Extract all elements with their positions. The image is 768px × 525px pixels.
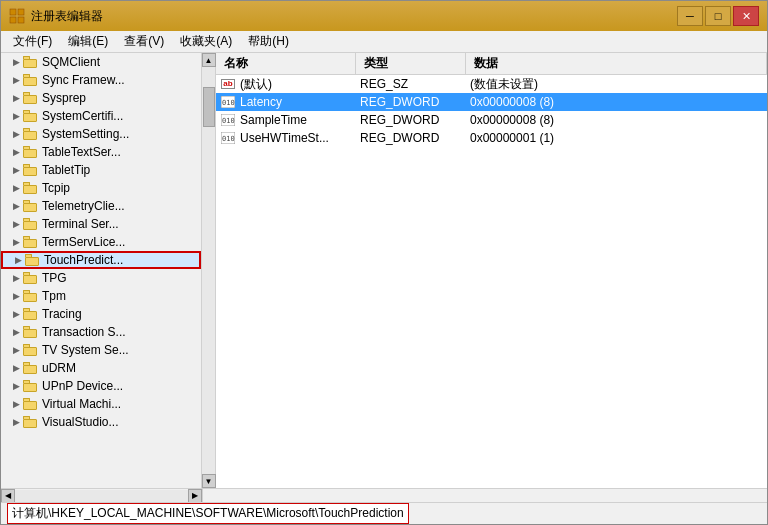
tree-item-tpm[interactable]: ▶ Tpm bbox=[1, 287, 201, 305]
expander-tvsystem[interactable]: ▶ bbox=[9, 343, 23, 357]
scroll-track[interactable] bbox=[202, 67, 215, 474]
menu-favorites[interactable]: 收藏夹(A) bbox=[172, 31, 240, 52]
folder-icon-tablettip bbox=[23, 164, 39, 176]
expander-sysprep[interactable]: ▶ bbox=[9, 91, 23, 105]
menu-view[interactable]: 查看(V) bbox=[116, 31, 172, 52]
maximize-button[interactable]: □ bbox=[705, 6, 731, 26]
folder-icon-tracing bbox=[23, 308, 39, 320]
expander-touchpredict[interactable]: ▶ bbox=[11, 253, 25, 267]
registry-row-sampletime[interactable]: 010 SampleTime REG_DWORD 0x00000008 (8) bbox=[216, 111, 767, 129]
menu-help[interactable]: 帮助(H) bbox=[240, 31, 297, 52]
tree-item-tvsystem[interactable]: ▶ TV System Se... bbox=[1, 341, 201, 359]
folder-icon-systemsetting bbox=[23, 128, 39, 140]
scroll-thumb[interactable] bbox=[203, 87, 215, 127]
header-data: 数据 bbox=[466, 53, 767, 74]
expander-termservlice[interactable]: ▶ bbox=[9, 235, 23, 249]
tree-item-upnpdevice[interactable]: ▶ UPnP Device... bbox=[1, 377, 201, 395]
tree-item-udrm[interactable]: ▶ uDRM bbox=[1, 359, 201, 377]
folder-icon-systemcertifi bbox=[23, 110, 39, 122]
expander-tabletextser[interactable]: ▶ bbox=[9, 145, 23, 159]
scroll-down-button[interactable]: ▼ bbox=[202, 474, 216, 488]
folder-icon-tabletextser bbox=[23, 146, 39, 158]
tree-label-tvsystem: TV System Se... bbox=[42, 343, 129, 357]
tree-item-termservlice[interactable]: ▶ TermServLice... bbox=[1, 233, 201, 251]
expander-upnpdevice[interactable]: ▶ bbox=[9, 379, 23, 393]
tree-item-tracing[interactable]: ▶ Tracing bbox=[1, 305, 201, 323]
status-bar: 计算机\HKEY_LOCAL_MACHINE\SOFTWARE\Microsof… bbox=[1, 502, 767, 524]
expander-sqmclient[interactable]: ▶ bbox=[9, 55, 23, 69]
expander-tracing[interactable]: ▶ bbox=[9, 307, 23, 321]
expander-tpm[interactable]: ▶ bbox=[9, 289, 23, 303]
tree-item-telemetryclie[interactable]: ▶ TelemetryClie... bbox=[1, 197, 201, 215]
folder-icon-syncframew bbox=[23, 74, 39, 86]
tree-label-upnpdevice: UPnP Device... bbox=[42, 379, 123, 393]
reg-type-latency: REG_DWORD bbox=[356, 95, 466, 109]
tree-item-touchpredict[interactable]: ▶ TouchPredict... bbox=[1, 251, 201, 269]
registry-row-latency[interactable]: 010 Latency REG_DWORD 0x00000008 (8) bbox=[216, 93, 767, 111]
expander-visualstudio[interactable]: ▶ bbox=[9, 415, 23, 429]
expander-tcpip[interactable]: ▶ bbox=[9, 181, 23, 195]
menu-edit[interactable]: 编辑(E) bbox=[60, 31, 116, 52]
folder-icon-visualstudio bbox=[23, 416, 39, 428]
window-title: 注册表编辑器 bbox=[31, 8, 103, 25]
close-button[interactable]: ✕ bbox=[733, 6, 759, 26]
folder-icon-upnpdevice bbox=[23, 380, 39, 392]
registry-header: 名称 类型 数据 bbox=[216, 53, 767, 75]
header-name: 名称 bbox=[216, 53, 356, 74]
folder-icon-touchpredict bbox=[25, 254, 41, 266]
tree-item-systemsetting[interactable]: ▶ SystemSetting... bbox=[1, 125, 201, 143]
expander-telemetryclie[interactable]: ▶ bbox=[9, 199, 23, 213]
menu-file[interactable]: 文件(F) bbox=[5, 31, 60, 52]
expander-syncframew[interactable]: ▶ bbox=[9, 73, 23, 87]
tree-item-sqmclient[interactable]: ▶ SQMClient bbox=[1, 53, 201, 71]
expander-tpg[interactable]: ▶ bbox=[9, 271, 23, 285]
expander-tablettip[interactable]: ▶ bbox=[9, 163, 23, 177]
expander-systemsetting[interactable]: ▶ bbox=[9, 127, 23, 141]
h-scroll-track[interactable] bbox=[15, 490, 188, 502]
folder-icon-sysprep bbox=[23, 92, 39, 104]
title-bar-controls: ─ □ ✕ bbox=[677, 6, 759, 26]
minimize-button[interactable]: ─ bbox=[677, 6, 703, 26]
reg-name-default: ab (默认) bbox=[216, 76, 356, 93]
sidebar-scrollbar[interactable]: ▲ ▼ bbox=[201, 53, 215, 488]
registry-row-default[interactable]: ab (默认) REG_SZ (数值未设置) bbox=[216, 75, 767, 93]
tree-label-sysprep: Sysprep bbox=[42, 91, 86, 105]
right-panel: 名称 类型 数据 ab (默认) REG_SZ (数值未设置) bbox=[216, 53, 767, 488]
expander-transactions[interactable]: ▶ bbox=[9, 325, 23, 339]
folder-icon-tcpip bbox=[23, 182, 39, 194]
svg-rect-0 bbox=[10, 9, 16, 15]
tree-item-tpg[interactable]: ▶ TPG bbox=[1, 269, 201, 287]
tree-item-systemcertifi[interactable]: ▶ SystemCertifi... bbox=[1, 107, 201, 125]
tree-item-tcpip[interactable]: ▶ Tcpip bbox=[1, 179, 201, 197]
tree-item-tablettip[interactable]: ▶ TabletTip bbox=[1, 161, 201, 179]
reg-type-usehwtimest: REG_DWORD bbox=[356, 131, 466, 145]
tree-label-termservlice: TermServLice... bbox=[42, 235, 125, 249]
window: 注册表编辑器 ─ □ ✕ 文件(F) 编辑(E) 查看(V) 收藏夹(A) 帮助… bbox=[0, 0, 768, 525]
tree-item-syncframew[interactable]: ▶ Sync Framew... bbox=[1, 71, 201, 89]
title-bar-left: 注册表编辑器 bbox=[9, 8, 103, 25]
tree-item-virtualmachi[interactable]: ▶ Virtual Machi... bbox=[1, 395, 201, 413]
tree-item-terminalser[interactable]: ▶ Terminal Ser... bbox=[1, 215, 201, 233]
tree-item-transactions[interactable]: ▶ Transaction S... bbox=[1, 323, 201, 341]
expander-udrm[interactable]: ▶ bbox=[9, 361, 23, 375]
reg-icon-dword-latency: 010 bbox=[220, 96, 236, 108]
expander-systemcertifi[interactable]: ▶ bbox=[9, 109, 23, 123]
reg-data-sampletime: 0x00000008 (8) bbox=[466, 113, 767, 127]
h-scroll-left[interactable]: ◀ bbox=[1, 489, 15, 503]
scroll-up-button[interactable]: ▲ bbox=[202, 53, 216, 67]
expander-terminalser[interactable]: ▶ bbox=[9, 217, 23, 231]
svg-rect-3 bbox=[18, 17, 24, 23]
horizontal-scrollbar[interactable]: ◀ ▶ bbox=[1, 489, 202, 502]
tree-item-tabletextser[interactable]: ▶ TableTextSer... bbox=[1, 143, 201, 161]
h-scroll-right[interactable]: ▶ bbox=[188, 489, 202, 503]
menu-bar: 文件(F) 编辑(E) 查看(V) 收藏夹(A) 帮助(H) bbox=[1, 31, 767, 53]
folder-icon-tvsystem bbox=[23, 344, 39, 356]
tree-label-tablettip: TabletTip bbox=[42, 163, 90, 177]
registry-row-usehwtimest[interactable]: 010 UseHWTimeSt... REG_DWORD 0x00000001 … bbox=[216, 129, 767, 147]
expander-virtualmachi[interactable]: ▶ bbox=[9, 397, 23, 411]
tree-item-sysprep[interactable]: ▶ Sysprep bbox=[1, 89, 201, 107]
folder-icon-virtualmachi bbox=[23, 398, 39, 410]
tree-item-visualstudio[interactable]: ▶ VisualStudio... bbox=[1, 413, 201, 431]
folder-icon-udrm bbox=[23, 362, 39, 374]
folder-icon-telemetryclie bbox=[23, 200, 39, 212]
